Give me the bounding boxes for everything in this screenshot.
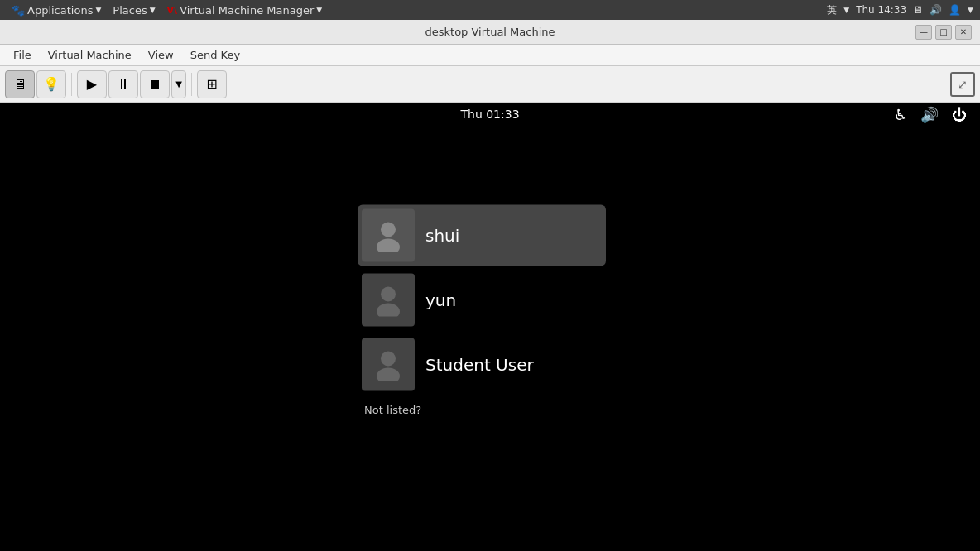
resize-button[interactable]: ⤢ (950, 72, 975, 97)
bulb-icon: 💡 (43, 76, 60, 92)
screen-icon: 🖥 (13, 76, 26, 92)
svg-point-1 (377, 239, 400, 252)
user-item-yun[interactable]: yun (358, 270, 606, 331)
system-bar-left: 🐾 Applications ▼ Places ▼ V\ Virtual Mac… (7, 2, 327, 18)
vm-top-right-icons: ♿ 🔊 ⏻ (894, 106, 967, 123)
display-icon[interactable]: 🖥 (913, 4, 923, 16)
bulb-button[interactable]: 💡 (36, 70, 66, 98)
svg-point-5 (377, 368, 400, 381)
dropdown-button[interactable]: ▼ (171, 70, 186, 98)
svg-point-3 (377, 304, 400, 317)
user-name-student: Student User (419, 355, 534, 375)
vm-top-bar: Thu 01:33 ♿ 🔊 ⏻ (0, 103, 980, 126)
system-bar-right: 英 ▼ Thu 14:33 🖥 🔊 👤 ▼ (827, 3, 973, 17)
apps-arrow-icon: ▼ (95, 6, 101, 14)
play-icon: ▶ (87, 76, 97, 92)
user-name-yun: yun (419, 290, 456, 310)
not-listed-label: Not listed? (364, 404, 421, 416)
user-avatar-student (362, 338, 415, 391)
applications-label: Applications (27, 4, 93, 17)
dropdown-arrow-icon: ▼ (175, 79, 182, 89)
window-title: desktop Virtual Machine (425, 26, 555, 38)
user-item-shui[interactable]: shui (358, 205, 606, 266)
maximize-button[interactable]: □ (935, 25, 952, 40)
vm-volume-icon[interactable]: 🔊 (920, 106, 939, 123)
applications-menu[interactable]: 🐾 Applications ▼ (7, 2, 106, 18)
vm-window: desktop Virtual Machine — □ ✕ File Virtu… (0, 20, 980, 551)
avatar-person-icon-shui (372, 219, 405, 252)
places-arrow-icon: ▼ (150, 6, 156, 14)
volume-icon[interactable]: 🔊 (930, 4, 942, 16)
virtual-machine-menu-label: Virtual Machine (48, 49, 132, 61)
stop-button[interactable]: ⏹ (140, 70, 170, 98)
login-container: shui yun (358, 205, 622, 416)
close-button[interactable]: ✕ (955, 25, 972, 40)
svg-point-2 (381, 287, 396, 302)
screenshot-button[interactable]: ⊞ (197, 70, 227, 98)
virtual-machine-menu[interactable]: Virtual Machine (41, 47, 138, 63)
user-avatar-shui (362, 209, 415, 262)
screen-button[interactable]: 🖥 (5, 70, 35, 98)
vm-manager-label: Virtual Machine Manager (180, 4, 314, 17)
toolbar-sep1 (71, 73, 72, 96)
send-key-menu[interactable]: Send Key (184, 47, 247, 63)
system-bar: 🐾 Applications ▼ Places ▼ V\ Virtual Mac… (0, 0, 980, 20)
window-titlebar: desktop Virtual Machine — □ ✕ (0, 20, 980, 45)
file-menu[interactable]: File (7, 47, 38, 63)
screenshot-icon: ⊞ (206, 76, 217, 92)
minimize-icon: — (920, 27, 928, 36)
vm-manager-icon: V\ (167, 5, 178, 16)
language-indicator[interactable]: 英 (827, 3, 837, 17)
apps-icon: 🐾 (12, 4, 25, 17)
user-item-student[interactable]: Student User (358, 334, 606, 395)
vm-display[interactable]: Thu 01:33 ♿ 🔊 ⏻ shui (0, 103, 980, 551)
play-button[interactable]: ▶ (77, 70, 107, 98)
lang-arrow-icon: ▼ (843, 6, 849, 14)
not-listed-link[interactable]: Not listed? (364, 404, 421, 416)
vm-manager-menu[interactable]: V\ Virtual Machine Manager ▼ (162, 2, 328, 18)
vm-accessibility-icon[interactable]: ♿ (894, 106, 907, 123)
minimize-button[interactable]: — (915, 25, 932, 40)
avatar-person-icon-yun (372, 284, 405, 317)
user-name-shui: shui (419, 226, 459, 246)
menu-bar: File Virtual Machine View Send Key (0, 45, 980, 66)
avatar-person-icon-student (372, 348, 405, 381)
pause-icon: ⏸ (117, 76, 130, 92)
places-menu[interactable]: Places ▼ (108, 2, 160, 18)
window-controls: — □ ✕ (915, 25, 972, 40)
pause-button[interactable]: ⏸ (108, 70, 138, 98)
send-key-menu-label: Send Key (190, 49, 240, 61)
view-menu[interactable]: View (142, 47, 180, 63)
user-arrow-icon: ▼ (968, 6, 973, 14)
user-avatar-yun (362, 274, 415, 327)
system-time: Thu 14:33 (856, 4, 906, 16)
stop-icon: ⏹ (148, 76, 161, 92)
svg-point-4 (381, 352, 396, 367)
view-menu-label: View (148, 49, 174, 61)
places-label: Places (113, 4, 147, 17)
svg-point-0 (381, 223, 396, 237)
toolbar-right: ⤢ (950, 72, 975, 97)
maximize-icon: □ (939, 27, 947, 36)
vm-manager-arrow-icon: ▼ (316, 6, 322, 14)
resize-icon: ⤢ (958, 78, 968, 91)
vm-power-icon[interactable]: ⏻ (952, 106, 967, 123)
file-menu-label: File (13, 49, 31, 61)
toolbar-sep2 (191, 73, 192, 96)
user-icon[interactable]: 👤 (949, 4, 961, 16)
vm-guest-time: Thu 01:33 (460, 108, 519, 121)
toolbar: 🖥 💡 ▶ ⏸ ⏹ ▼ ⊞ ⤢ (0, 66, 980, 103)
close-icon: ✕ (960, 27, 967, 36)
